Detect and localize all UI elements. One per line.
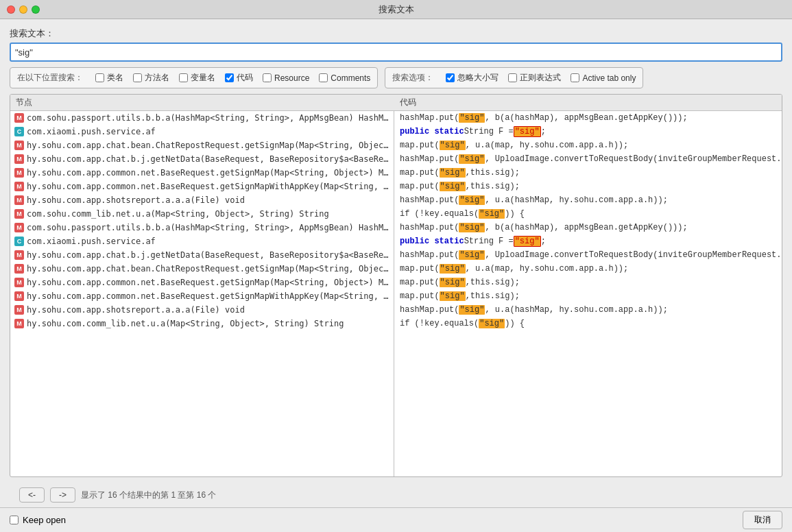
node-icon: M <box>14 182 24 191</box>
search-in-code[interactable]: 代码 <box>225 72 253 84</box>
keep-open-checkbox[interactable] <box>10 516 19 524</box>
close-button[interactable] <box>7 5 15 14</box>
titlebar: 搜索文本 <box>0 0 792 19</box>
minimize-button[interactable] <box>19 5 27 14</box>
node-row[interactable]: Mhy.sohu.com.app.common.net.BaseRequest.… <box>10 276 394 289</box>
node-icon: M <box>14 278 24 287</box>
search-option-active-tab[interactable]: Active tab only <box>571 73 636 83</box>
node-row[interactable]: Mhy.sohu.com.app.common.net.BaseRequest.… <box>10 166 394 180</box>
results-body: Mcom.sohu.passport.utils.b.b.a(HashMap<S… <box>10 111 782 476</box>
code-normal: map.put( <box>400 168 440 178</box>
node-row[interactable]: Mhy.sohu.com.app.common.net.BaseRequest.… <box>10 180 394 193</box>
search-in-variable-checkbox[interactable] <box>179 73 188 82</box>
search-in-comments-checkbox[interactable] <box>319 73 328 82</box>
node-row[interactable]: Mcom.sohu.passport.utils.b.b.a(HashMap<S… <box>10 221 394 234</box>
code-normal: this <box>470 168 490 178</box>
node-text: com.xiaomi.push.service.af <box>27 127 156 136</box>
search-in-method-checkbox[interactable] <box>133 73 142 82</box>
code-normal: map.put( <box>400 278 440 287</box>
search-in-resource[interactable]: Resource <box>263 73 309 83</box>
node-row[interactable]: Ccom.xiaomi.push.service.af <box>10 234 394 248</box>
code-line: map.put("sig", this.sig); <box>394 276 782 289</box>
search-in-class-checkbox[interactable] <box>95 73 104 82</box>
prev-button[interactable]: <- <box>19 487 45 503</box>
node-icon: M <box>14 168 24 178</box>
search-in-variable[interactable]: 变量名 <box>179 72 215 84</box>
node-row[interactable]: Ccom.xiaomi.push.service.af <box>10 125 394 138</box>
node-text: hy.sohu.com.comm_lib.net.u.a(Map<String,… <box>27 319 344 328</box>
code-highlight: "sig" <box>459 154 485 164</box>
node-icon: M <box>14 319 24 328</box>
code-highlight: "sig" <box>479 209 505 219</box>
code-highlight-red: "sig" <box>514 236 541 247</box>
node-icon: M <box>14 305 24 315</box>
node-text: hy.sohu.com.app.common.net.BaseRequest.g… <box>27 291 389 301</box>
code-line: map.put("sig", u.a(map, hy.sohu.com.app.… <box>394 138 782 152</box>
code-normal: .sig); <box>490 278 520 287</box>
main-content: 搜索文本： 在以下位置搜索： 类名 方法名 变量名 代码 Resource <box>0 19 792 507</box>
code-normal: , <box>466 291 470 301</box>
code-normal: String F = <box>464 237 514 246</box>
code-highlight-red: "sig" <box>514 126 541 137</box>
code-normal: , u.a(hashMap, hy.sohu.com.app.a.h)); <box>485 305 667 315</box>
node-row[interactable]: Mhy.sohu.com.app.chat.b.j.getNetData(Bas… <box>10 248 394 262</box>
search-label: 搜索文本： <box>10 27 782 40</box>
node-row[interactable]: Mhy.sohu.com.app.shotsreport.a.a.a(File)… <box>10 303 394 317</box>
code-line: hashMap.put("sig", u.a(hashMap, hy.sohu.… <box>394 303 782 317</box>
code-normal: this <box>470 278 490 287</box>
code-normal: , <box>466 168 470 178</box>
search-in-code-checkbox[interactable] <box>225 73 234 82</box>
next-button[interactable]: -> <box>50 487 75 503</box>
node-row[interactable]: Mhy.sohu.com.app.chat.bean.ChatRepostReq… <box>10 138 394 152</box>
search-in-method[interactable]: 方法名 <box>133 72 169 84</box>
node-row[interactable]: Mhy.sohu.com.app.chat.b.j.getNetData(Bas… <box>10 152 394 166</box>
code-normal: , UploadImage.convertToRequestBody(invit… <box>485 154 782 164</box>
cancel-button[interactable]: 取消 <box>743 511 782 529</box>
node-icon: M <box>14 223 24 232</box>
code-line: hashMap.put("sig", b(a(hashMap), appMsgB… <box>394 111 782 125</box>
search-in-comments[interactable]: Comments <box>319 73 370 83</box>
node-row[interactable]: Mcom.sohu.passport.utils.b.b.a(HashMap<S… <box>10 111 394 125</box>
nodes-panel[interactable]: Mcom.sohu.passport.utils.b.b.a(HashMap<S… <box>10 111 394 476</box>
code-highlight: "sig" <box>459 223 485 232</box>
code-highlight: "sig" <box>459 305 485 315</box>
node-text: hy.sohu.com.app.chat.b.j.getNetData(Base… <box>27 250 389 260</box>
code-line: public static String F = "sig"; <box>394 125 782 138</box>
node-row[interactable]: Mhy.sohu.com.app.common.net.BaseRequest.… <box>10 289 394 303</box>
footer-left: Keep open <box>10 515 66 525</box>
ignore-case-checkbox[interactable] <box>446 73 455 82</box>
code-normal: )) { <box>505 209 525 219</box>
node-row[interactable]: Mhy.sohu.com.comm_lib.net.u.a(Map<String… <box>10 317 394 330</box>
node-text: com.xiaomi.push.service.af <box>27 237 156 246</box>
code-normal: hashMap.put( <box>400 305 459 315</box>
node-icon: M <box>14 264 24 274</box>
code-normal: , <box>466 278 470 287</box>
code-line: map.put("sig", this.sig); <box>394 289 782 303</box>
regex-checkbox[interactable] <box>508 73 517 82</box>
search-in-class[interactable]: 类名 <box>95 72 123 84</box>
code-line: map.put("sig", this.sig); <box>394 166 782 180</box>
code-panel[interactable]: hashMap.put("sig", b(a(hashMap), appMsgB… <box>394 111 782 476</box>
code-normal: hashMap.put( <box>400 195 459 205</box>
node-row[interactable]: Mhy.sohu.com.app.chat.bean.ChatRepostReq… <box>10 262 394 276</box>
search-in-resource-checkbox[interactable] <box>263 73 272 82</box>
node-text: hy.sohu.com.app.common.net.BaseRequest.g… <box>27 278 389 287</box>
code-keyword: public static <box>400 237 464 246</box>
code-normal: if (!key.equals( <box>400 319 479 328</box>
code-normal: ; <box>541 127 546 136</box>
search-option-ignore-case[interactable]: 忽略大小写 <box>446 72 499 84</box>
code-normal: , u.a(hashMap, hy.sohu.com.app.a.h)); <box>485 195 667 205</box>
node-text: hy.sohu.com.app.chat.b.j.getNetData(Base… <box>27 154 389 164</box>
node-row[interactable]: Mhy.sohu.com.app.shotsreport.a.a.a(File)… <box>10 193 394 207</box>
code-normal: , UploadImage.convertToRequestBody(invit… <box>485 250 782 260</box>
maximize-button[interactable] <box>32 5 40 14</box>
search-input[interactable] <box>10 43 782 62</box>
node-row[interactable]: Mcom.sohu.comm_lib.net.u.a(Map<String, O… <box>10 207 394 221</box>
active-tab-checkbox[interactable] <box>571 73 579 82</box>
search-in-group: 在以下位置搜索： 类名 方法名 变量名 代码 Resource Comments <box>10 67 378 88</box>
node-icon: M <box>14 195 24 205</box>
node-text: hy.sohu.com.app.common.net.BaseRequest.g… <box>27 182 389 191</box>
search-option-regex[interactable]: 正则表达式 <box>508 72 561 84</box>
code-line: hashMap.put("sig", b(a(hashMap), appMsgB… <box>394 221 782 234</box>
node-text: com.sohu.passport.utils.b.b.a(HashMap<St… <box>27 223 389 232</box>
